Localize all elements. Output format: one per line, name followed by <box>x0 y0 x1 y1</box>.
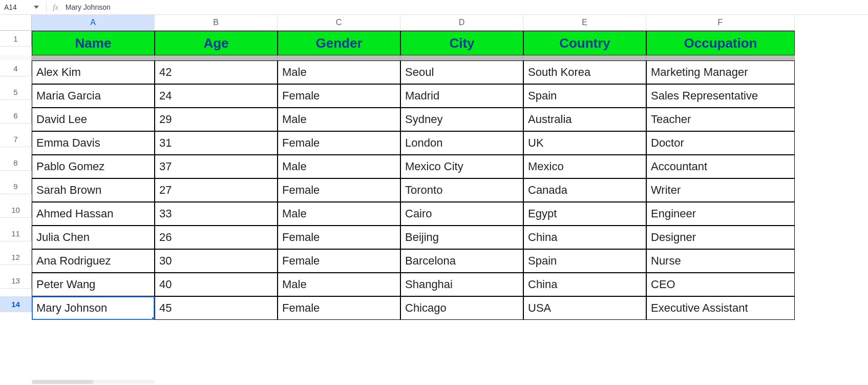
row-header-4[interactable]: 4 <box>0 60 32 76</box>
header-cell-E[interactable]: Country <box>523 31 646 55</box>
cell-B14[interactable]: 45 <box>155 296 278 320</box>
row-header-10[interactable]: 10 <box>0 202 32 218</box>
cell-F7[interactable]: Doctor <box>646 131 795 155</box>
cell-C10[interactable]: Male <box>278 202 400 226</box>
cell-B9[interactable]: 27 <box>155 178 278 202</box>
cell-E6[interactable]: Australia <box>523 108 646 131</box>
formula-bar: A14 fx Mary Johnson <box>0 0 868 15</box>
hidden-rows-indicator[interactable] <box>0 55 32 60</box>
cell-F10[interactable]: Engineer <box>646 202 795 226</box>
cell-A14[interactable]: Mary Johnson <box>32 296 155 320</box>
spreadsheet-grid[interactable]: ABCDEF1NameAgeGenderCityCountryOccupatio… <box>0 15 868 320</box>
cell-C14[interactable]: Female <box>278 296 400 320</box>
row-header-7[interactable]: 7 <box>0 131 32 147</box>
cell-D12[interactable]: Barcelona <box>400 249 523 273</box>
cell-A13[interactable]: Peter Wang <box>32 273 155 296</box>
cell-A10[interactable]: Ahmed Hassan <box>32 202 155 226</box>
column-header-E[interactable]: E <box>523 15 646 31</box>
row-header-8[interactable]: 8 <box>0 155 32 171</box>
cell-F14[interactable]: Executive Assistant <box>646 296 795 320</box>
cell-B10[interactable]: 33 <box>155 202 278 226</box>
row-header-14[interactable]: 14 <box>0 296 32 312</box>
cell-F5[interactable]: Sales Representative <box>646 84 795 108</box>
cell-C12[interactable]: Female <box>278 249 400 273</box>
cell-B5[interactable]: 24 <box>155 84 278 108</box>
cell-C6[interactable]: Male <box>278 108 400 131</box>
cell-F8[interactable]: Accountant <box>646 155 795 178</box>
cell-E13[interactable]: China <box>523 273 646 296</box>
column-header-C[interactable]: C <box>278 15 400 31</box>
cell-D9[interactable]: Toronto <box>400 178 523 202</box>
cell-B4[interactable]: 42 <box>155 60 278 84</box>
cell-E7[interactable]: UK <box>523 131 646 155</box>
scrollbar-thumb[interactable] <box>32 380 93 384</box>
cell-C11[interactable]: Female <box>278 226 400 249</box>
cell-F4[interactable]: Marketing Manager <box>646 60 795 84</box>
header-cell-C[interactable]: Gender <box>278 31 400 55</box>
select-all-corner[interactable] <box>0 15 32 31</box>
cell-F13[interactable]: CEO <box>646 273 795 296</box>
row-header-12[interactable]: 12 <box>0 249 32 265</box>
column-header-A[interactable]: A <box>32 15 155 31</box>
cell-E14[interactable]: USA <box>523 296 646 320</box>
column-header-F[interactable]: F <box>646 15 795 31</box>
cell-A11[interactable]: Julia Chen <box>32 226 155 249</box>
cell-E9[interactable]: Canada <box>523 178 646 202</box>
cell-B11[interactable]: 26 <box>155 226 278 249</box>
cell-C9[interactable]: Female <box>278 178 400 202</box>
cell-D5[interactable]: Madrid <box>400 84 523 108</box>
row-header-5[interactable]: 5 <box>0 84 32 100</box>
row-header-6[interactable]: 6 <box>0 108 32 124</box>
cell-A6[interactable]: David Lee <box>32 108 155 131</box>
cell-B7[interactable]: 31 <box>155 131 278 155</box>
cell-C8[interactable]: Male <box>278 155 400 178</box>
cell-D6[interactable]: Sydney <box>400 108 523 131</box>
cell-E5[interactable]: Spain <box>523 84 646 108</box>
cell-D4[interactable]: Seoul <box>400 60 523 84</box>
column-header-B[interactable]: B <box>155 15 278 31</box>
row-header-1[interactable]: 1 <box>0 31 32 47</box>
cell-F9[interactable]: Writer <box>646 178 795 202</box>
cell-D11[interactable]: Beijing <box>400 226 523 249</box>
horizontal-scrollbar[interactable] <box>32 380 155 384</box>
cell-C13[interactable]: Male <box>278 273 400 296</box>
row-header-9[interactable]: 9 <box>0 178 32 194</box>
formula-content[interactable]: Mary Johnson <box>66 3 111 11</box>
cell-D14[interactable]: Chicago <box>400 296 523 320</box>
cell-A8[interactable]: Pablo Gomez <box>32 155 155 178</box>
cell-C7[interactable]: Female <box>278 131 400 155</box>
header-cell-F[interactable]: Occupation <box>646 31 795 55</box>
cell-A12[interactable]: Ana Rodriguez <box>32 249 155 273</box>
cell-E11[interactable]: China <box>523 226 646 249</box>
header-cell-D[interactable]: City <box>400 31 523 55</box>
cell-E8[interactable]: Mexico <box>523 155 646 178</box>
header-cell-A[interactable]: Name <box>32 31 155 55</box>
cell-B13[interactable]: 40 <box>155 273 278 296</box>
cell-A9[interactable]: Sarah Brown <box>32 178 155 202</box>
row-header-13[interactable]: 13 <box>0 273 32 289</box>
column-header-D[interactable]: D <box>400 15 523 31</box>
cell-B8[interactable]: 37 <box>155 155 278 178</box>
cell-D10[interactable]: Cairo <box>400 202 523 226</box>
row-header-11[interactable]: 11 <box>0 226 32 241</box>
cell-F6[interactable]: Teacher <box>646 108 795 131</box>
cell-C4[interactable]: Male <box>278 60 400 84</box>
cell-D7[interactable]: London <box>400 131 523 155</box>
cell-F12[interactable]: Nurse <box>646 249 795 273</box>
cell-E4[interactable]: South Korea <box>523 60 646 84</box>
cell-C5[interactable]: Female <box>278 84 400 108</box>
cell-F11[interactable]: Designer <box>646 226 795 249</box>
dropdown-icon[interactable] <box>34 6 39 9</box>
cell-E10[interactable]: Egypt <box>523 202 646 226</box>
cell-A7[interactable]: Emma Davis <box>32 131 155 155</box>
cell-A4[interactable]: Alex Kim <box>32 60 155 84</box>
cell-D8[interactable]: Mexico City <box>400 155 523 178</box>
cell-D13[interactable]: Shanghai <box>400 273 523 296</box>
cell-E12[interactable]: Spain <box>523 249 646 273</box>
name-box[interactable]: A14 <box>4 3 40 11</box>
hidden-rows-divider <box>646 55 795 60</box>
cell-B12[interactable]: 30 <box>155 249 278 273</box>
cell-B6[interactable]: 29 <box>155 108 278 131</box>
cell-A5[interactable]: Maria Garcia <box>32 84 155 108</box>
header-cell-B[interactable]: Age <box>155 31 278 55</box>
